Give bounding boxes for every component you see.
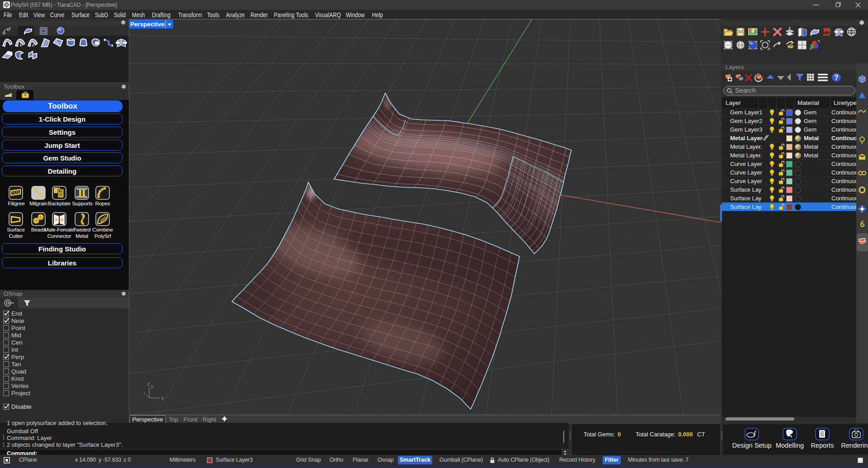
svg-text:y: y	[151, 384, 153, 389]
svg-text:2: 2	[32, 41, 35, 47]
svg-text:?: ?	[834, 74, 839, 81]
svg-text:z: z	[147, 382, 150, 387]
svg-text:x: x	[161, 396, 164, 401]
svg-text:1: 1	[19, 41, 22, 47]
